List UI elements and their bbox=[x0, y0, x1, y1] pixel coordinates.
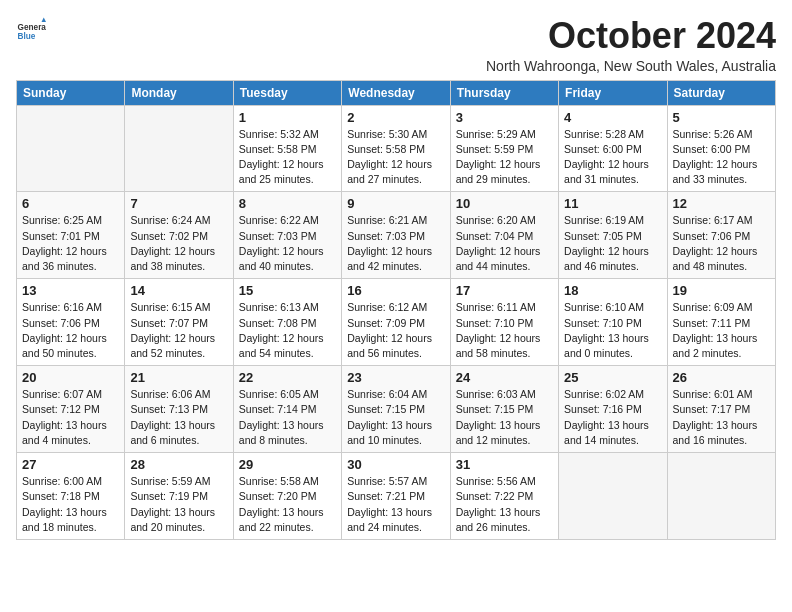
calendar-cell: 8Sunrise: 6:22 AM Sunset: 7:03 PM Daylig… bbox=[233, 192, 341, 279]
calendar-cell bbox=[17, 105, 125, 192]
day-number: 3 bbox=[456, 110, 553, 125]
day-info: Sunrise: 6:22 AM Sunset: 7:03 PM Dayligh… bbox=[239, 213, 336, 274]
calendar-cell: 25Sunrise: 6:02 AM Sunset: 7:16 PM Dayli… bbox=[559, 366, 667, 453]
calendar-cell: 27Sunrise: 6:00 AM Sunset: 7:18 PM Dayli… bbox=[17, 453, 125, 540]
day-number: 29 bbox=[239, 457, 336, 472]
calendar-cell: 21Sunrise: 6:06 AM Sunset: 7:13 PM Dayli… bbox=[125, 366, 233, 453]
calendar-cell: 2Sunrise: 5:30 AM Sunset: 5:58 PM Daylig… bbox=[342, 105, 450, 192]
day-info: Sunrise: 6:15 AM Sunset: 7:07 PM Dayligh… bbox=[130, 300, 227, 361]
day-info: Sunrise: 6:24 AM Sunset: 7:02 PM Dayligh… bbox=[130, 213, 227, 274]
day-info: Sunrise: 5:58 AM Sunset: 7:20 PM Dayligh… bbox=[239, 474, 336, 535]
svg-text:Blue: Blue bbox=[18, 32, 36, 41]
day-info: Sunrise: 6:06 AM Sunset: 7:13 PM Dayligh… bbox=[130, 387, 227, 448]
day-info: Sunrise: 6:20 AM Sunset: 7:04 PM Dayligh… bbox=[456, 213, 553, 274]
col-header-tuesday: Tuesday bbox=[233, 80, 341, 105]
logo-icon: General Blue bbox=[16, 16, 46, 46]
day-number: 28 bbox=[130, 457, 227, 472]
calendar-week-row: 20Sunrise: 6:07 AM Sunset: 7:12 PM Dayli… bbox=[17, 366, 776, 453]
day-number: 15 bbox=[239, 283, 336, 298]
calendar-cell: 28Sunrise: 5:59 AM Sunset: 7:19 PM Dayli… bbox=[125, 453, 233, 540]
calendar-week-row: 1Sunrise: 5:32 AM Sunset: 5:58 PM Daylig… bbox=[17, 105, 776, 192]
calendar-week-row: 6Sunrise: 6:25 AM Sunset: 7:01 PM Daylig… bbox=[17, 192, 776, 279]
day-number: 22 bbox=[239, 370, 336, 385]
day-info: Sunrise: 6:00 AM Sunset: 7:18 PM Dayligh… bbox=[22, 474, 119, 535]
day-number: 26 bbox=[673, 370, 770, 385]
day-info: Sunrise: 6:07 AM Sunset: 7:12 PM Dayligh… bbox=[22, 387, 119, 448]
calendar-cell: 10Sunrise: 6:20 AM Sunset: 7:04 PM Dayli… bbox=[450, 192, 558, 279]
day-info: Sunrise: 6:09 AM Sunset: 7:11 PM Dayligh… bbox=[673, 300, 770, 361]
day-info: Sunrise: 5:26 AM Sunset: 6:00 PM Dayligh… bbox=[673, 127, 770, 188]
day-number: 31 bbox=[456, 457, 553, 472]
day-number: 4 bbox=[564, 110, 661, 125]
day-number: 7 bbox=[130, 196, 227, 211]
calendar-cell: 14Sunrise: 6:15 AM Sunset: 7:07 PM Dayli… bbox=[125, 279, 233, 366]
calendar-table: SundayMondayTuesdayWednesdayThursdayFrid… bbox=[16, 80, 776, 540]
day-number: 12 bbox=[673, 196, 770, 211]
col-header-friday: Friday bbox=[559, 80, 667, 105]
day-number: 5 bbox=[673, 110, 770, 125]
day-info: Sunrise: 6:19 AM Sunset: 7:05 PM Dayligh… bbox=[564, 213, 661, 274]
calendar-cell: 26Sunrise: 6:01 AM Sunset: 7:17 PM Dayli… bbox=[667, 366, 775, 453]
calendar-cell: 4Sunrise: 5:28 AM Sunset: 6:00 PM Daylig… bbox=[559, 105, 667, 192]
day-number: 19 bbox=[673, 283, 770, 298]
day-info: Sunrise: 6:04 AM Sunset: 7:15 PM Dayligh… bbox=[347, 387, 444, 448]
month-title: October 2024 bbox=[486, 16, 776, 56]
location-subtitle: North Wahroonga, New South Wales, Austra… bbox=[486, 58, 776, 74]
day-number: 30 bbox=[347, 457, 444, 472]
calendar-cell: 6Sunrise: 6:25 AM Sunset: 7:01 PM Daylig… bbox=[17, 192, 125, 279]
calendar-cell: 20Sunrise: 6:07 AM Sunset: 7:12 PM Dayli… bbox=[17, 366, 125, 453]
calendar-cell: 15Sunrise: 6:13 AM Sunset: 7:08 PM Dayli… bbox=[233, 279, 341, 366]
day-info: Sunrise: 6:03 AM Sunset: 7:15 PM Dayligh… bbox=[456, 387, 553, 448]
svg-marker-3 bbox=[42, 18, 47, 23]
day-info: Sunrise: 5:56 AM Sunset: 7:22 PM Dayligh… bbox=[456, 474, 553, 535]
day-info: Sunrise: 5:59 AM Sunset: 7:19 PM Dayligh… bbox=[130, 474, 227, 535]
col-header-saturday: Saturday bbox=[667, 80, 775, 105]
day-number: 13 bbox=[22, 283, 119, 298]
day-number: 23 bbox=[347, 370, 444, 385]
calendar-cell: 11Sunrise: 6:19 AM Sunset: 7:05 PM Dayli… bbox=[559, 192, 667, 279]
day-number: 21 bbox=[130, 370, 227, 385]
col-header-wednesday: Wednesday bbox=[342, 80, 450, 105]
day-number: 24 bbox=[456, 370, 553, 385]
title-area: October 2024 North Wahroonga, New South … bbox=[486, 16, 776, 74]
day-number: 10 bbox=[456, 196, 553, 211]
calendar-cell bbox=[125, 105, 233, 192]
day-info: Sunrise: 6:12 AM Sunset: 7:09 PM Dayligh… bbox=[347, 300, 444, 361]
col-header-monday: Monday bbox=[125, 80, 233, 105]
col-header-sunday: Sunday bbox=[17, 80, 125, 105]
calendar-cell: 3Sunrise: 5:29 AM Sunset: 5:59 PM Daylig… bbox=[450, 105, 558, 192]
calendar-cell: 23Sunrise: 6:04 AM Sunset: 7:15 PM Dayli… bbox=[342, 366, 450, 453]
day-number: 17 bbox=[456, 283, 553, 298]
day-number: 1 bbox=[239, 110, 336, 125]
calendar-cell bbox=[559, 453, 667, 540]
svg-text:General: General bbox=[18, 23, 47, 32]
calendar-cell bbox=[667, 453, 775, 540]
day-info: Sunrise: 6:02 AM Sunset: 7:16 PM Dayligh… bbox=[564, 387, 661, 448]
day-info: Sunrise: 6:05 AM Sunset: 7:14 PM Dayligh… bbox=[239, 387, 336, 448]
day-info: Sunrise: 6:10 AM Sunset: 7:10 PM Dayligh… bbox=[564, 300, 661, 361]
day-info: Sunrise: 6:17 AM Sunset: 7:06 PM Dayligh… bbox=[673, 213, 770, 274]
calendar-week-row: 27Sunrise: 6:00 AM Sunset: 7:18 PM Dayli… bbox=[17, 453, 776, 540]
calendar-header-row: SundayMondayTuesdayWednesdayThursdayFrid… bbox=[17, 80, 776, 105]
day-number: 16 bbox=[347, 283, 444, 298]
day-number: 9 bbox=[347, 196, 444, 211]
day-number: 6 bbox=[22, 196, 119, 211]
page-header: General Blue October 2024 North Wahroong… bbox=[16, 16, 776, 74]
day-number: 11 bbox=[564, 196, 661, 211]
calendar-cell: 22Sunrise: 6:05 AM Sunset: 7:14 PM Dayli… bbox=[233, 366, 341, 453]
day-number: 8 bbox=[239, 196, 336, 211]
calendar-cell: 1Sunrise: 5:32 AM Sunset: 5:58 PM Daylig… bbox=[233, 105, 341, 192]
day-info: Sunrise: 5:32 AM Sunset: 5:58 PM Dayligh… bbox=[239, 127, 336, 188]
calendar-cell: 9Sunrise: 6:21 AM Sunset: 7:03 PM Daylig… bbox=[342, 192, 450, 279]
logo: General Blue bbox=[16, 16, 46, 46]
calendar-cell: 31Sunrise: 5:56 AM Sunset: 7:22 PM Dayli… bbox=[450, 453, 558, 540]
calendar-cell: 18Sunrise: 6:10 AM Sunset: 7:10 PM Dayli… bbox=[559, 279, 667, 366]
day-number: 27 bbox=[22, 457, 119, 472]
day-info: Sunrise: 5:30 AM Sunset: 5:58 PM Dayligh… bbox=[347, 127, 444, 188]
day-number: 20 bbox=[22, 370, 119, 385]
calendar-cell: 19Sunrise: 6:09 AM Sunset: 7:11 PM Dayli… bbox=[667, 279, 775, 366]
day-info: Sunrise: 6:25 AM Sunset: 7:01 PM Dayligh… bbox=[22, 213, 119, 274]
day-number: 2 bbox=[347, 110, 444, 125]
calendar-cell: 13Sunrise: 6:16 AM Sunset: 7:06 PM Dayli… bbox=[17, 279, 125, 366]
day-info: Sunrise: 5:57 AM Sunset: 7:21 PM Dayligh… bbox=[347, 474, 444, 535]
